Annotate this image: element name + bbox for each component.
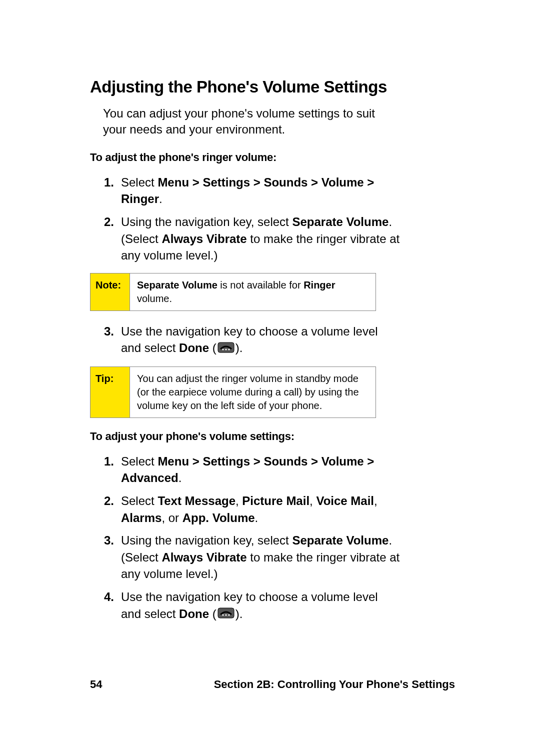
svg-point-5	[222, 614, 224, 616]
svg-rect-0	[218, 342, 234, 352]
step-text: Select	[121, 454, 158, 468]
svg-point-2	[225, 349, 226, 350]
note-body: Separate Volume is not available for Rin…	[130, 274, 376, 310]
term-ringer: Ringer	[304, 280, 335, 290]
step-text: Select	[121, 176, 158, 189]
step-text: ).	[236, 341, 243, 354]
steps-volume: Select Menu > Settings > Sounds > Volume…	[104, 453, 455, 623]
step-text: (	[209, 341, 216, 354]
step-text: .	[159, 192, 162, 206]
step-text: , or	[162, 511, 182, 524]
term-app-volume: App. Volume	[182, 511, 255, 524]
section-title: Section 2B: Controlling Your Phone's Set…	[214, 678, 455, 691]
term-separate-volume: Separate Volume	[292, 534, 388, 547]
step-text: ,	[310, 494, 316, 508]
intro-paragraph: You can adjust your phone's volume setti…	[103, 106, 383, 138]
note-label: Note:	[90, 274, 130, 310]
term-done: Done	[179, 607, 209, 620]
term-always-vibrate: Always Vibrate	[162, 232, 246, 246]
note-text: volume.	[137, 293, 172, 304]
step-2: Select Text Message, Picture Mail, Voice…	[104, 492, 401, 526]
step-3: Use the navigation key to choose a volum…	[104, 323, 401, 358]
step-text: .	[178, 471, 182, 484]
term-always-vibrate: Always Vibrate	[162, 550, 246, 564]
svg-point-1	[222, 349, 224, 350]
step-text: Using the navigation key, select	[121, 534, 292, 547]
step-4: Use the navigation key to choose a volum…	[104, 588, 401, 623]
step-text: Use the navigation key to choose a volum…	[121, 324, 378, 355]
softkey-icon	[218, 340, 234, 358]
svg-point-3	[228, 349, 230, 350]
note-text: is not available for	[218, 280, 304, 290]
step-3: Using the navigation key, select Separat…	[104, 532, 401, 582]
menu-path: Menu > Settings > Sounds > Volume > Adva…	[121, 454, 374, 485]
step-2: Using the navigation key, select Separat…	[104, 214, 401, 264]
step-text: ).	[236, 607, 243, 620]
subhead-volume-settings: To adjust your phone's volume settings:	[90, 430, 455, 443]
steps-ringer: Select Menu > Settings > Sounds > Volume…	[104, 174, 455, 264]
svg-rect-4	[218, 608, 234, 618]
tip-callout: Tip: You can adjust the ringer volume in…	[90, 366, 376, 418]
term-alarms: Alarms	[121, 511, 162, 524]
page-footer: 54 Section 2B: Controlling Your Phone's …	[90, 678, 455, 691]
step-text: Using the navigation key, select	[121, 215, 292, 228]
svg-point-6	[225, 614, 226, 616]
step-1: Select Menu > Settings > Sounds > Volume…	[104, 174, 401, 208]
step-text: ,	[374, 494, 378, 508]
steps-ringer-cont: Use the navigation key to choose a volum…	[104, 323, 455, 358]
step-1: Select Menu > Settings > Sounds > Volume…	[104, 453, 401, 486]
subhead-ringer: To adjust the phone's ringer volume:	[90, 151, 455, 164]
step-text: Select	[121, 494, 158, 508]
step-text: (	[209, 607, 216, 620]
term-picture-mail: Picture Mail	[242, 494, 310, 508]
step-text: ,	[236, 494, 242, 508]
term-done: Done	[179, 341, 209, 354]
softkey-icon	[218, 606, 234, 623]
tip-label: Tip:	[90, 367, 130, 418]
manual-page: Adjusting the Phone's Volume Settings Yo…	[0, 0, 540, 756]
page-number: 54	[90, 678, 102, 691]
term-separate-volume: Separate Volume	[292, 215, 388, 228]
tip-body: You can adjust the ringer volume in stan…	[130, 367, 376, 418]
note-callout: Note: Separate Volume is not available f…	[90, 273, 376, 311]
page-heading: Adjusting the Phone's Volume Settings	[90, 78, 455, 96]
step-text: .	[255, 511, 258, 524]
svg-point-7	[228, 614, 230, 616]
term-separate-volume: Separate Volume	[137, 280, 218, 290]
term-text-message: Text Message	[158, 494, 236, 508]
step-text: Use the navigation key to choose a volum…	[121, 590, 378, 620]
term-voice-mail: Voice Mail	[316, 494, 374, 508]
